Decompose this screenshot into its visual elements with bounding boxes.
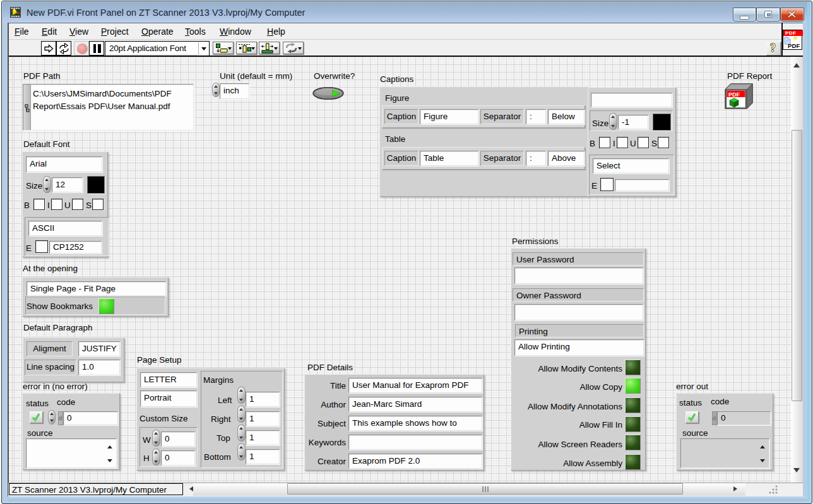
- svg-text:?: ?: [770, 42, 776, 54]
- svg-text:PDF: PDF: [728, 91, 740, 98]
